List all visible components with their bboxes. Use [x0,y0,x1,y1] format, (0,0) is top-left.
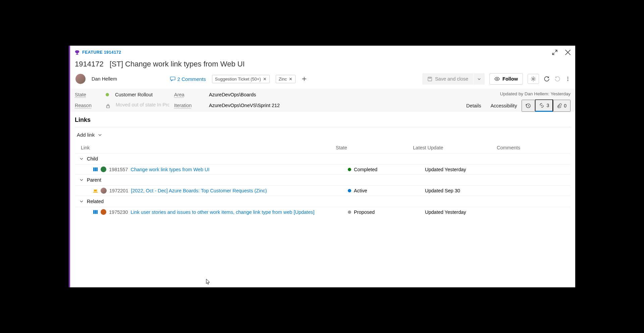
gear-icon [531,76,536,82]
meta-panel: Updated by Dan Hellem: Yesterday State C… [70,89,575,112]
iteration-value[interactable]: AzureDevOps\OneVS\Sprint 212 [209,103,343,108]
assignee-avatar[interactable] [75,74,86,84]
chevron-down-icon [79,199,84,203]
expand-icon [552,49,558,55]
link-latest: Updated Yesterday [425,209,509,215]
eye-icon [494,76,500,82]
undo-icon [554,76,560,82]
chevron-down-icon [79,178,84,182]
state-dot-icon [348,189,351,192]
work-item-tabs: Details Accessibility 3 0 [462,99,571,112]
col-latest[interactable]: Latest Update [413,145,497,150]
more-actions-button[interactable] [565,76,571,82]
svg-rect-13 [93,192,98,193]
link-title[interactable]: Change work link types from Web UI [130,167,209,172]
work-item-type: FEATURE 1914172 [75,50,121,55]
chevron-down-icon [79,157,84,161]
close-button[interactable] [565,49,571,56]
remove-tag-icon[interactable]: ✕ [263,77,267,82]
lock-icon [106,104,110,108]
comments-button[interactable]: 2 Comments [170,76,206,82]
svg-rect-11 [95,168,96,171]
work-item-dialog: FEATURE 1914172 1914172 [ST] Change work… [69,46,575,287]
save-icon [427,77,432,82]
state-label: State [75,92,104,97]
links-table: Link State Latest Update Comments Child … [75,142,571,217]
link-latest: Updated Yesterday [425,167,509,172]
area-value[interactable]: AzureDevOps\Boards [209,92,343,97]
link-id: 1972201 [109,188,128,193]
link-latest: Updated Sep 30 [425,188,509,193]
link-group-parent[interactable]: Parent [75,174,571,185]
comment-icon [170,76,175,82]
links-header-row: Link State Latest Update Comments [75,142,571,153]
svg-point-3 [496,78,498,80]
svg-rect-8 [107,106,110,108]
svg-rect-10 [93,168,95,171]
svg-point-6 [568,79,569,80]
reason-value[interactable]: Moved out of state In Pro [106,102,173,108]
state-dot-icon [348,210,351,214]
group-name: Related [87,199,104,204]
tab-attachments[interactable]: 0 [553,100,571,112]
tab-links[interactable]: 3 [535,99,553,112]
svg-rect-1 [428,77,432,81]
add-link-button[interactable]: Add link [75,127,104,142]
link-title[interactable]: [2022, Oct - Dec] Azure Boards: Top Cust… [131,188,267,193]
link-group-child[interactable]: Child [75,153,571,164]
remove-tag-icon[interactable]: ✕ [289,77,292,82]
state-value[interactable]: Customer Rollout [106,92,173,97]
tag-chip-suggestion[interactable]: Suggestion Ticket (50+) ✕ [212,75,270,83]
more-vertical-icon [565,76,571,82]
expand-button[interactable] [552,49,558,56]
col-comments[interactable]: Comments [497,145,571,150]
link-row[interactable]: 1981557 Change work link types from Web … [75,164,571,174]
svg-rect-12 [96,168,98,171]
links-section: Links Add link Link State Latest Update … [70,112,575,287]
link-row[interactable]: 1972201 [2022, Oct - Dec] Azure Boards: … [75,185,571,196]
svg-point-7 [568,80,569,81]
story-icon [93,209,98,215]
header-strip: FEATURE 1914172 [70,46,575,58]
section-title: Links [75,116,571,127]
link-state: Completed [354,167,377,172]
save-dropdown-button[interactable] [474,73,485,85]
assignee-badge [101,209,106,215]
tab-accessibility[interactable]: Accessibility [486,100,522,112]
link-title[interactable]: Link user stories and issues to other wo… [130,209,314,215]
links-icon [539,103,544,108]
svg-point-5 [568,77,569,78]
tag-chip-zinc[interactable]: Zinc ✕ [276,75,296,83]
state-dot-icon [348,168,351,171]
follow-button[interactable]: Follow [489,73,523,85]
assignee-name[interactable]: Dan Hellem [92,76,117,82]
tab-history[interactable] [522,100,535,112]
link-state: Active [354,188,367,193]
story-icon [93,167,98,172]
work-item-id: 1914172 [75,60,104,68]
assignee-badge [101,166,106,172]
iteration-label: Iteration [174,103,208,108]
col-link[interactable]: Link [81,145,336,150]
chevron-down-icon [477,77,481,81]
group-name: Parent [87,177,101,183]
tab-details[interactable]: Details [462,100,486,112]
svg-point-4 [533,78,534,80]
add-tag-button[interactable] [302,76,307,82]
link-group-related[interactable]: Related [75,196,571,207]
chevron-down-icon [98,133,102,137]
link-state: Proposed [354,209,375,215]
undo-button[interactable] [554,76,560,82]
toolbar: Dan Hellem 2 Comments Suggestion Ticket … [70,73,575,89]
state-dot-icon [106,93,109,96]
work-item-title[interactable]: [ST] Change work link types from Web UI [110,60,245,68]
link-id: 1981557 [109,167,128,172]
save-and-close-button[interactable]: Save and close [422,73,473,85]
refresh-button[interactable] [544,76,550,82]
reason-label: Reason [75,103,104,108]
link-id: 1975230 [109,209,128,215]
settings-button[interactable] [528,74,539,84]
svg-rect-14 [93,210,95,214]
col-state[interactable]: State [336,145,413,150]
link-row[interactable]: 1975230 Link user stories and issues to … [75,207,571,217]
